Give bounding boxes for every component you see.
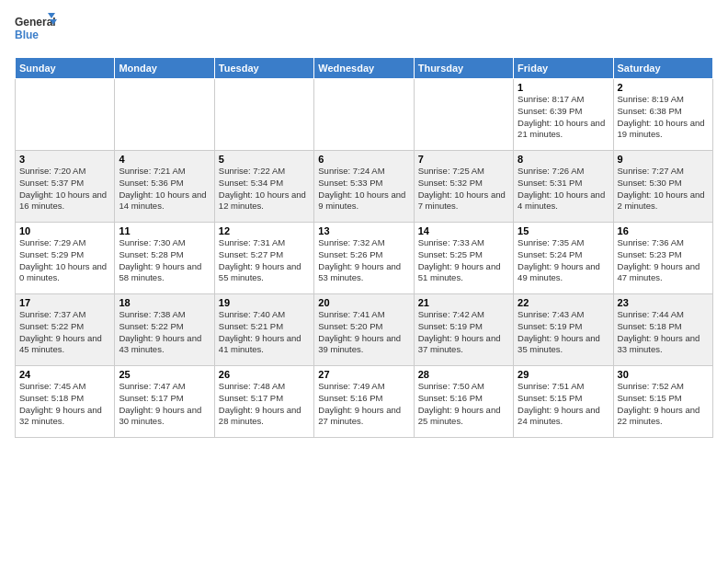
calendar-cell: 7Sunrise: 7:25 AM Sunset: 5:32 PM Daylig… bbox=[414, 151, 513, 223]
calendar-header-friday: Friday bbox=[514, 58, 613, 79]
calendar-header-wednesday: Wednesday bbox=[314, 58, 414, 79]
day-info: Sunrise: 7:32 AM Sunset: 5:26 PM Dayligh… bbox=[318, 237, 409, 284]
day-number: 20 bbox=[318, 297, 409, 308]
day-info: Sunrise: 7:45 AM Sunset: 5:18 PM Dayligh… bbox=[19, 381, 110, 428]
calendar-cell: 22Sunrise: 7:43 AM Sunset: 5:19 PM Dayli… bbox=[514, 294, 613, 366]
day-info: Sunrise: 7:21 AM Sunset: 5:36 PM Dayligh… bbox=[119, 166, 210, 213]
header: General Blue bbox=[15, 11, 713, 52]
day-number: 12 bbox=[219, 225, 310, 236]
day-number: 28 bbox=[418, 369, 509, 380]
day-number: 30 bbox=[618, 369, 709, 380]
day-info: Sunrise: 7:50 AM Sunset: 5:16 PM Dayligh… bbox=[418, 381, 509, 428]
calendar-header-tuesday: Tuesday bbox=[214, 58, 313, 79]
day-info: Sunrise: 7:29 AM Sunset: 5:29 PM Dayligh… bbox=[19, 237, 110, 284]
page: General Blue SundayMondayTuesdayWednesda… bbox=[0, 0, 728, 563]
day-info: Sunrise: 7:44 AM Sunset: 5:18 PM Dayligh… bbox=[618, 309, 709, 356]
day-info: Sunrise: 7:30 AM Sunset: 5:28 PM Dayligh… bbox=[119, 237, 210, 284]
calendar-cell: 25Sunrise: 7:47 AM Sunset: 5:17 PM Dayli… bbox=[115, 366, 214, 438]
day-info: Sunrise: 7:20 AM Sunset: 5:37 PM Dayligh… bbox=[19, 166, 110, 213]
day-info: Sunrise: 7:33 AM Sunset: 5:25 PM Dayligh… bbox=[418, 237, 509, 284]
day-info: Sunrise: 7:47 AM Sunset: 5:17 PM Dayligh… bbox=[119, 381, 210, 428]
day-number: 11 bbox=[119, 225, 210, 236]
day-info: Sunrise: 7:38 AM Sunset: 5:22 PM Dayligh… bbox=[119, 309, 210, 356]
calendar-cell: 8Sunrise: 7:26 AM Sunset: 5:31 PM Daylig… bbox=[514, 151, 613, 223]
day-info: Sunrise: 7:26 AM Sunset: 5:31 PM Dayligh… bbox=[518, 166, 609, 213]
calendar-cell: 14Sunrise: 7:33 AM Sunset: 5:25 PM Dayli… bbox=[414, 223, 513, 294]
calendar-cell: 2Sunrise: 8:19 AM Sunset: 6:38 PM Daylig… bbox=[613, 79, 712, 151]
calendar-cell: 30Sunrise: 7:52 AM Sunset: 5:15 PM Dayli… bbox=[613, 366, 712, 438]
day-info: Sunrise: 7:35 AM Sunset: 5:24 PM Dayligh… bbox=[518, 237, 609, 284]
calendar-cell: 23Sunrise: 7:44 AM Sunset: 5:18 PM Dayli… bbox=[613, 294, 712, 366]
calendar-cell: 17Sunrise: 7:37 AM Sunset: 5:22 PM Dayli… bbox=[16, 294, 115, 366]
day-number: 21 bbox=[418, 297, 509, 308]
calendar-cell: 12Sunrise: 7:31 AM Sunset: 5:27 PM Dayli… bbox=[214, 223, 313, 294]
calendar-cell: 1Sunrise: 8:17 AM Sunset: 6:39 PM Daylig… bbox=[514, 79, 613, 151]
day-info: Sunrise: 7:51 AM Sunset: 5:15 PM Dayligh… bbox=[518, 381, 609, 428]
calendar-cell: 16Sunrise: 7:36 AM Sunset: 5:23 PM Dayli… bbox=[613, 223, 712, 294]
calendar-cell: 28Sunrise: 7:50 AM Sunset: 5:16 PM Dayli… bbox=[414, 366, 513, 438]
day-info: Sunrise: 8:19 AM Sunset: 6:38 PM Dayligh… bbox=[618, 94, 709, 141]
calendar-cell bbox=[314, 79, 414, 151]
day-number: 15 bbox=[518, 225, 609, 236]
day-number: 26 bbox=[219, 369, 310, 380]
calendar-cell: 5Sunrise: 7:22 AM Sunset: 5:34 PM Daylig… bbox=[214, 151, 313, 223]
calendar-cell: 15Sunrise: 7:35 AM Sunset: 5:24 PM Dayli… bbox=[514, 223, 613, 294]
day-info: Sunrise: 7:41 AM Sunset: 5:20 PM Dayligh… bbox=[318, 309, 409, 356]
day-number: 4 bbox=[119, 154, 210, 165]
day-number: 13 bbox=[318, 225, 409, 236]
calendar-cell: 6Sunrise: 7:24 AM Sunset: 5:33 PM Daylig… bbox=[314, 151, 414, 223]
day-number: 6 bbox=[318, 154, 409, 165]
day-number: 17 bbox=[19, 297, 110, 308]
day-info: Sunrise: 7:36 AM Sunset: 5:23 PM Dayligh… bbox=[618, 237, 709, 284]
day-info: Sunrise: 7:22 AM Sunset: 5:34 PM Dayligh… bbox=[219, 166, 310, 213]
day-number: 3 bbox=[19, 154, 110, 165]
day-info: Sunrise: 7:37 AM Sunset: 5:22 PM Dayligh… bbox=[19, 309, 110, 356]
calendar-cell: 18Sunrise: 7:38 AM Sunset: 5:22 PM Dayli… bbox=[115, 294, 214, 366]
day-number: 27 bbox=[318, 369, 409, 380]
logo: General Blue bbox=[15, 11, 61, 52]
calendar-cell: 21Sunrise: 7:42 AM Sunset: 5:19 PM Dayli… bbox=[414, 294, 513, 366]
day-number: 19 bbox=[219, 297, 310, 308]
calendar-cell: 3Sunrise: 7:20 AM Sunset: 5:37 PM Daylig… bbox=[16, 151, 115, 223]
day-number: 22 bbox=[518, 297, 609, 308]
day-info: Sunrise: 8:17 AM Sunset: 6:39 PM Dayligh… bbox=[518, 94, 609, 141]
calendar-header-sunday: Sunday bbox=[16, 58, 115, 79]
calendar-header-row: SundayMondayTuesdayWednesdayThursdayFrid… bbox=[16, 58, 713, 79]
day-number: 9 bbox=[618, 154, 709, 165]
calendar-week-row: 3Sunrise: 7:20 AM Sunset: 5:37 PM Daylig… bbox=[16, 151, 713, 223]
svg-text:General: General bbox=[15, 16, 56, 29]
calendar-cell: 13Sunrise: 7:32 AM Sunset: 5:26 PM Dayli… bbox=[314, 223, 414, 294]
day-number: 18 bbox=[119, 297, 210, 308]
day-info: Sunrise: 7:31 AM Sunset: 5:27 PM Dayligh… bbox=[219, 237, 310, 284]
day-info: Sunrise: 7:25 AM Sunset: 5:32 PM Dayligh… bbox=[418, 166, 509, 213]
calendar: SundayMondayTuesdayWednesdayThursdayFrid… bbox=[15, 57, 713, 438]
day-number: 25 bbox=[119, 369, 210, 380]
calendar-cell: 26Sunrise: 7:48 AM Sunset: 5:17 PM Dayli… bbox=[214, 366, 313, 438]
calendar-cell bbox=[16, 79, 115, 151]
day-info: Sunrise: 7:52 AM Sunset: 5:15 PM Dayligh… bbox=[618, 381, 709, 428]
day-info: Sunrise: 7:48 AM Sunset: 5:17 PM Dayligh… bbox=[219, 381, 310, 428]
calendar-cell: 29Sunrise: 7:51 AM Sunset: 5:15 PM Dayli… bbox=[514, 366, 613, 438]
svg-text:Blue: Blue bbox=[15, 29, 39, 41]
calendar-cell: 27Sunrise: 7:49 AM Sunset: 5:16 PM Dayli… bbox=[314, 366, 414, 438]
calendar-week-row: 10Sunrise: 7:29 AM Sunset: 5:29 PM Dayli… bbox=[16, 223, 713, 294]
day-number: 8 bbox=[518, 154, 609, 165]
day-info: Sunrise: 7:49 AM Sunset: 5:16 PM Dayligh… bbox=[318, 381, 409, 428]
calendar-cell: 4Sunrise: 7:21 AM Sunset: 5:36 PM Daylig… bbox=[115, 151, 214, 223]
logo-svg: General Blue bbox=[15, 11, 61, 52]
calendar-week-row: 17Sunrise: 7:37 AM Sunset: 5:22 PM Dayli… bbox=[16, 294, 713, 366]
calendar-cell: 9Sunrise: 7:27 AM Sunset: 5:30 PM Daylig… bbox=[613, 151, 712, 223]
calendar-cell bbox=[414, 79, 513, 151]
calendar-cell bbox=[214, 79, 313, 151]
calendar-cell: 20Sunrise: 7:41 AM Sunset: 5:20 PM Dayli… bbox=[314, 294, 414, 366]
day-number: 2 bbox=[618, 82, 709, 93]
day-number: 1 bbox=[518, 82, 609, 93]
day-info: Sunrise: 7:42 AM Sunset: 5:19 PM Dayligh… bbox=[418, 309, 509, 356]
calendar-header-thursday: Thursday bbox=[414, 58, 513, 79]
day-number: 14 bbox=[418, 225, 509, 236]
calendar-cell: 19Sunrise: 7:40 AM Sunset: 5:21 PM Dayli… bbox=[214, 294, 313, 366]
day-number: 10 bbox=[19, 225, 110, 236]
calendar-cell: 11Sunrise: 7:30 AM Sunset: 5:28 PM Dayli… bbox=[115, 223, 214, 294]
day-number: 16 bbox=[618, 225, 709, 236]
day-info: Sunrise: 7:24 AM Sunset: 5:33 PM Dayligh… bbox=[318, 166, 409, 213]
